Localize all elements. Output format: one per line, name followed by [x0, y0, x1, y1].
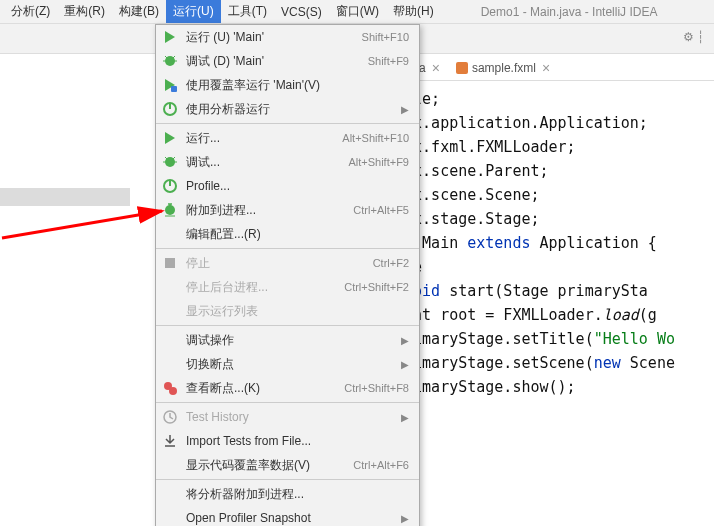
menu-item[interactable]: Open Profiler Snapshot▶ [156, 506, 419, 526]
code-line: nple; [395, 87, 714, 111]
menu-help[interactable]: 帮助(H) [386, 0, 441, 23]
menu-item-label: 附加到进程... [186, 202, 353, 219]
menu-item[interactable]: 显示代码覆盖率数据(V)Ctrl+Alt+F6 [156, 453, 419, 477]
blank-icon [162, 279, 178, 295]
submenu-arrow-icon: ▶ [401, 513, 409, 524]
menu-item[interactable]: 将分析器附加到进程... [156, 482, 419, 506]
menu-item: 停止Ctrl+F2 [156, 251, 419, 275]
menubar: 分析(Z) 重构(R) 构建(B) 运行(U) 工具(T) VCS(S) 窗口(… [0, 0, 714, 24]
code-line: afx.scene.Parent; [395, 159, 714, 183]
menu-separator [156, 123, 419, 124]
play-green-icon [162, 130, 178, 146]
close-icon[interactable]: × [432, 60, 440, 76]
blank-icon [162, 457, 178, 473]
menu-item: 停止后台进程...Ctrl+Shift+F2 [156, 275, 419, 299]
menu-item-label: 调试 (D) 'Main' [186, 53, 368, 70]
menu-shortcut: Shift+F10 [362, 31, 409, 43]
menu-separator [156, 248, 419, 249]
menu-item[interactable]: 切换断点▶ [156, 352, 419, 376]
fxml-icon [456, 62, 468, 74]
menu-run[interactable]: 运行(U) [166, 0, 221, 23]
menu-item[interactable]: 调试...Alt+Shift+F9 [156, 150, 419, 174]
blank-icon [162, 356, 178, 372]
menu-item-label: 查看断点...(K) [186, 380, 344, 397]
menu-item-label: 运行... [186, 130, 342, 147]
submenu-arrow-icon: ▶ [401, 359, 409, 370]
code-line: afx.application.Application; [395, 111, 714, 135]
menu-item[interactable]: Import Tests from File... [156, 429, 419, 453]
menu-item-label: 停止后台进程... [186, 279, 344, 296]
menu-item[interactable]: 查看断点...(K)Ctrl+Shift+F8 [156, 376, 419, 400]
svg-rect-16 [165, 258, 175, 268]
stop-gray-icon [162, 255, 178, 271]
blank-icon [162, 486, 178, 502]
menu-item[interactable]: 运行 (U) 'Main'Shift+F10 [156, 25, 419, 49]
menu-item[interactable]: 附加到进程...Ctrl+Alt+F5 [156, 198, 419, 222]
menu-item[interactable]: 调试操作▶ [156, 328, 419, 352]
code-line: afx.stage.Stage; [395, 207, 714, 231]
menu-shortcut: Ctrl+Shift+F8 [344, 382, 409, 394]
window-title: Demo1 - Main.java - IntelliJ IDEA [481, 5, 658, 19]
svg-rect-5 [171, 86, 177, 92]
menu-item-label: 切换断点 [186, 356, 401, 373]
bug-green-icon [162, 53, 178, 69]
svg-point-18 [169, 387, 177, 395]
menu-refactor[interactable]: 重构(R) [57, 0, 112, 23]
menu-shortcut: Shift+F9 [368, 55, 409, 67]
menu-shortcut: Alt+Shift+F9 [348, 156, 409, 168]
menu-separator [156, 325, 419, 326]
menu-window[interactable]: 窗口(W) [329, 0, 386, 23]
menu-item[interactable]: 调试 (D) 'Main'Shift+F9 [156, 49, 419, 73]
gear-icon[interactable]: ⚙ ┆ [683, 30, 704, 44]
submenu-arrow-icon: ▶ [401, 104, 409, 115]
svg-line-3 [165, 56, 167, 58]
menu-item-label: Import Tests from File... [186, 434, 409, 448]
tab-sample-fxml[interactable]: sample.fxml × [448, 55, 558, 80]
menu-build[interactable]: 构建(B) [112, 0, 166, 23]
tab-label: sample.fxml [472, 61, 536, 75]
menu-vcs[interactable]: VCS(S) [274, 2, 329, 22]
menu-item-label: 使用分析器运行 [186, 101, 401, 118]
menu-item-label: 停止 [186, 255, 373, 272]
menu-item-label: 将分析器附加到进程... [186, 486, 409, 503]
menu-item-label: 使用覆盖率运行 'Main'(V) [186, 77, 409, 94]
blank-icon [162, 303, 178, 319]
menu-item[interactable]: 编辑配置...(R) [156, 222, 419, 246]
blank-icon [162, 510, 178, 526]
code-line: afx.fxml.FXMLLoader; [395, 135, 714, 159]
menu-item: Test History▶ [156, 405, 419, 429]
svg-line-4 [173, 56, 175, 58]
menu-item-label: Profile... [186, 179, 409, 193]
menu-item-label: 调试操作 [186, 332, 401, 349]
menu-shortcut: Ctrl+F2 [373, 257, 409, 269]
run-menu-dropdown: 运行 (U) 'Main'Shift+F10调试 (D) 'Main'Shift… [155, 24, 420, 526]
code-line: void start(Stage primarySta [395, 279, 714, 303]
menu-item-label: Test History [186, 410, 401, 424]
menu-item-label: 调试... [186, 154, 348, 171]
menu-item[interactable]: 使用覆盖率运行 'Main'(V) [156, 73, 419, 97]
close-icon[interactable]: × [542, 60, 550, 76]
breakpoints-icon [162, 380, 178, 396]
play-green-icon [162, 29, 178, 45]
menu-item[interactable]: 运行...Alt+Shift+F10 [156, 126, 419, 150]
project-sidebar [0, 55, 155, 525]
coverage-green-icon [162, 77, 178, 93]
blank-icon [162, 226, 178, 242]
tab-label: a [419, 61, 426, 75]
code-line: primaryStage.show(); [395, 375, 714, 399]
menu-tools[interactable]: 工具(T) [221, 0, 274, 23]
sidebar-selection [0, 188, 130, 206]
menu-separator [156, 479, 419, 480]
attach-green-icon [162, 202, 178, 218]
submenu-arrow-icon: ▶ [401, 335, 409, 346]
svg-line-12 [173, 157, 175, 159]
menu-shortcut: Alt+Shift+F10 [342, 132, 409, 144]
blank-icon [162, 332, 178, 348]
submenu-arrow-icon: ▶ [401, 412, 409, 423]
clock-gray-icon [162, 409, 178, 425]
menu-analyze[interactable]: 分析(Z) [4, 0, 57, 23]
menu-shortcut: Ctrl+Alt+F5 [353, 204, 409, 216]
code-line: ss Main extends Application { [395, 231, 714, 255]
menu-item[interactable]: Profile... [156, 174, 419, 198]
menu-item[interactable]: 使用分析器运行▶ [156, 97, 419, 121]
